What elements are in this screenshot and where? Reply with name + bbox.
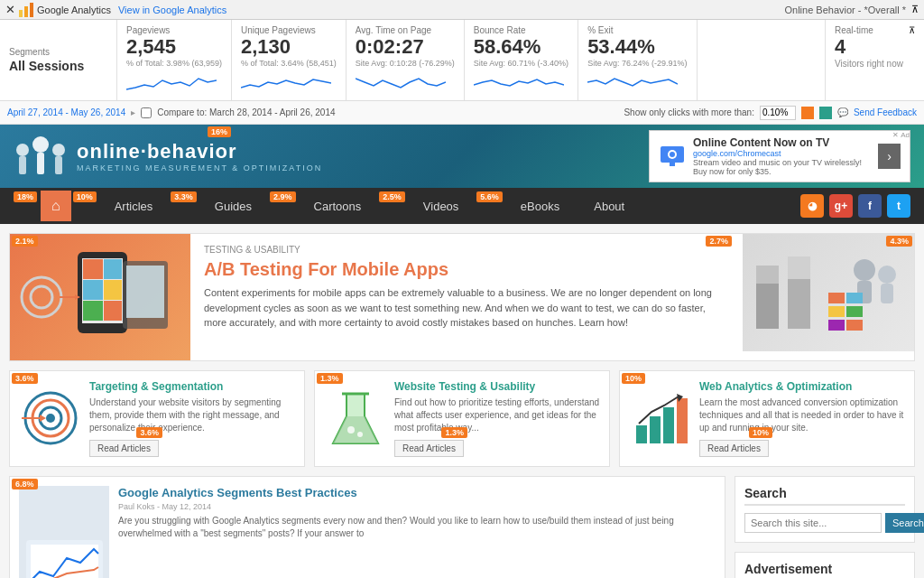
svg-rect-30 [788,279,810,329]
ad-text: Online Content Now on TV google.com/Chro… [693,136,871,176]
compare-label: Compare to: March 28, 2014 - April 26, 2… [157,107,335,117]
send-feedback-link[interactable]: Send Feedback [854,107,917,117]
sidebar: Search Search 🔍 Advertisement Ad Space [735,476,915,578]
bottom-article-image [19,486,109,578]
nav-home-button[interactable]: ⌂ [41,191,71,221]
featured-title[interactable]: A/B Testing For Mobile Apps [204,258,729,280]
stat-bounce-value: 58.64% [474,37,568,57]
cat-testing-desc: Find out how to prioritize testing effor… [394,396,600,434]
search-button[interactable]: Search 🔍 [885,513,924,533]
cat-analytics-text: Web Analytics & Optimization Learn the m… [699,380,905,457]
svg-rect-40 [846,320,863,331]
svg-point-4 [32,136,49,153]
cat-targeting-text: Targeting & Segmentation Understand your… [89,380,295,457]
nav-guides[interactable]: Guides [199,191,268,222]
unique-sparkline [241,71,337,94]
svg-rect-7 [37,153,44,174]
svg-rect-34 [881,284,893,303]
svg-point-5 [52,144,65,156]
search-button-label: Search [892,517,924,528]
ad-desc: Stream video and music on your TV wirele… [693,158,871,176]
svg-point-31 [854,259,875,281]
nav-about[interactable]: About [578,191,641,222]
segment-all-sessions: Segments All Sessions [0,20,117,100]
color-swatch-green [819,107,832,119]
realtime-collapse-icon[interactable]: ⊼ [909,25,915,35]
chat-icon[interactable]: 💬 [837,107,848,117]
featured-right-image [743,234,914,351]
close-icon[interactable]: ✕ [5,3,15,16]
facebook-icon: f [868,200,872,212]
nav-badge-10: 10% [73,191,97,202]
svg-point-48 [347,426,355,434]
cat-targeting-btn[interactable]: Read Articles [89,440,159,457]
ad-banner: ✕ Ad Online Content Now on TV google.com… [649,130,910,182]
svg-rect-35 [828,293,845,303]
social-gplus-button[interactable]: g+ [829,194,853,218]
social-twitter-button[interactable]: t [887,194,910,218]
ad-x-label: ✕ Ad [892,131,910,139]
stats-bar: Segments All Sessions Pageviews 2,545 % … [0,20,924,101]
rss-icon: ◕ [808,200,817,212]
svg-rect-19 [83,301,103,321]
stat-bounce-label: Bounce Rate [474,25,568,35]
social-rss-button[interactable]: ◕ [800,194,824,218]
realtime-label: Real-time [835,25,873,35]
svg-rect-51 [650,416,661,443]
stat-avgtime-label: Avg. Time on Page [356,25,455,35]
stat-exit-value: 53.44% [587,37,687,57]
svg-rect-17 [83,280,103,300]
svg-point-21 [22,277,61,317]
nav-videos[interactable]: Videos [407,191,476,222]
stat-avg-time: Avg. Time on Page 0:02:27 Site Avg: 0:10… [346,20,465,100]
stat-exit: % Exit 53.44% Site Avg: 76.24% (-29.91%) [578,20,697,100]
main-content: 2.1% [0,224,924,578]
color-swatch-orange [801,107,814,119]
social-facebook-button[interactable]: f [858,194,882,218]
stat-unique-label: Unique Pageviews [241,25,337,35]
svg-rect-20 [104,301,122,321]
svg-point-12 [670,152,675,157]
site-header: 16% online·behavior Marketing Measuremen… [0,125,924,188]
svg-rect-36 [846,293,863,303]
search-input[interactable] [744,513,882,533]
cat-testing-btn[interactable]: Read Articles [394,440,464,457]
cat-card-testing: 1.3% Website Testing & U [314,370,610,467]
avgtime-sparkline [356,71,455,94]
logo-text: online·behavior Marketing Measurement & … [77,140,322,172]
svg-rect-52 [663,407,674,443]
svg-rect-38 [846,306,863,317]
stat-pageviews-sub: % of Total: 3.98% (63,959) [126,59,222,68]
gplus-icon: g+ [835,200,847,212]
collapse-icon[interactable]: ⊼ [911,4,919,15]
nav-articles[interactable]: Articles [98,191,170,222]
bottom-article-byline: Paul Koks - May 12, 2014 [118,502,716,511]
date-range: April 27, 2014 - May 26, 2014 [7,107,125,117]
sidebar-search: Search Search 🔍 [735,476,915,543]
realtime-sub: Visitors right now [835,59,915,69]
report-title: Online Behavior - *Overall * [784,5,906,15]
svg-rect-39 [828,320,845,331]
exit-sparkline [587,71,687,94]
view-in-ga-link[interactable]: View in Google Analytics [118,5,226,15]
show-clicks-label: Show only clicks with more than: [624,107,754,117]
nav-badge-33: 3.3% [171,191,197,202]
svg-point-33 [878,266,896,284]
search-bar: Search 🔍 [744,513,905,533]
ad-arrow-button[interactable]: › [878,144,901,169]
svg-rect-18 [104,280,122,300]
cat-analytics-btn[interactable]: Read Articles [699,440,769,457]
realtime-section: Real-time ⊼ 4 Visitors right now [825,20,924,100]
svg-rect-1 [24,6,28,17]
compare-checkbox[interactable] [141,107,152,118]
nav-cartoons[interactable]: Cartoons [298,191,378,222]
ga-logo: ✕ Google Analytics [5,3,111,17]
site-nav: 18% ⌂ 10% Articles 3.3% Guides 2.9% Cart… [0,188,924,224]
nav-ebooks[interactable]: eBooks [504,191,576,222]
bottom-article-title[interactable]: Google Analytics Segments Best Practices [118,486,716,499]
stat-avgtime-sub: Site Avg: 0:10:28 (-76.29%) [356,59,455,68]
nav-social: ◕ g+ f t [800,194,910,218]
cat-targeting-image [19,380,82,457]
clicks-threshold-input[interactable] [760,106,796,120]
site-logo-area: online·behavior Marketing Measurement & … [14,134,322,179]
